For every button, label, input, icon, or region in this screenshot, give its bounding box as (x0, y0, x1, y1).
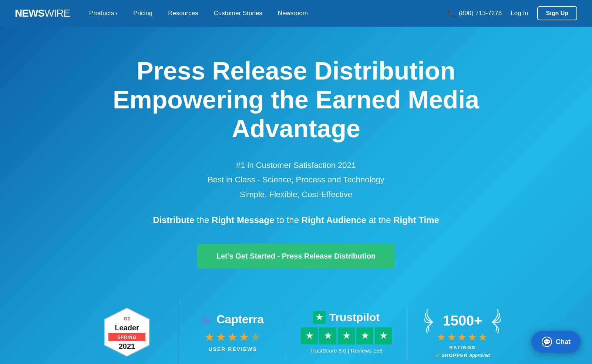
g2-badge: G2 Leader SPRING 2021 (74, 299, 180, 364)
hero-section: Press Release Distribution Empowering th… (0, 27, 592, 364)
capterra-badge: ▶ Capterra ★★★★★ USER REVIEWS (180, 305, 286, 360)
trustpilot-badge: ★ Trustpilot ★ ★ ★ ★ ★ TrustScore 9.0 | … (286, 304, 407, 361)
phone-number: (800) 713-7278 (459, 10, 502, 17)
nav-products[interactable]: Products ▾ (83, 7, 124, 20)
capterra-arrow-icon: ▶ (202, 312, 213, 326)
svg-text:G2: G2 (124, 316, 130, 321)
svg-text:SPRING: SPRING (117, 335, 137, 340)
shopper-logo: ✓ SHOPPER Approved (435, 352, 490, 359)
trustpilot-info: TrustScore 9.0 | Reviews 158 (310, 347, 383, 354)
shopper-ratings-label: RATINGS (435, 345, 490, 350)
tp-star-4: ★ (356, 327, 373, 344)
navbar-left: NEWSWIRE Products ▾ Pricing Resources Cu… (15, 7, 314, 20)
nav-newsroom[interactable]: Newsroom (272, 7, 314, 20)
hero-title: Press Release Distribution Empowering th… (92, 56, 500, 143)
tp-star-1: ★ (301, 327, 318, 344)
capterra-label: USER REVIEWS (209, 346, 257, 352)
login-link[interactable]: Log In (511, 10, 528, 17)
svg-text:2021: 2021 (119, 342, 135, 350)
shopper-badge: 1500+ ★★★★★ RATINGS ✓ SHOPPER Approved (407, 298, 518, 364)
navbar: NEWSWIRE Products ▾ Pricing Resources Cu… (0, 0, 592, 27)
badges-row: G2 Leader SPRING 2021 ▶ Capterra ★★★★★ U… (74, 298, 518, 364)
shopper-count: 1500+ (435, 313, 490, 329)
phone-area: 📞 (800) 713-7278 (448, 9, 502, 17)
phone-icon: 📞 (448, 9, 456, 17)
hero-subtitle: #1 in Customer Satisfaction 2021 Best in… (208, 158, 384, 202)
laurel-container: 1500+ ★★★★★ RATINGS ✓ SHOPPER Approved (422, 306, 503, 359)
capterra-header: ▶ Capterra (202, 312, 264, 326)
cta-button[interactable]: Let's Get Started - Press Release Distri… (197, 244, 395, 269)
navbar-right: 📞 (800) 713-7278 Log In Sign Up (448, 6, 577, 20)
nav-links: Products ▾ Pricing Resources Customer St… (83, 7, 314, 20)
signup-button[interactable]: Sign Up (537, 6, 577, 20)
tp-star-5: ★ (375, 327, 392, 344)
capterra-name: Capterra (216, 313, 264, 326)
trustpilot-name: Trustpilot (329, 311, 380, 324)
nav-customer-stories[interactable]: Customer Stories (208, 7, 268, 20)
nav-pricing[interactable]: Pricing (127, 7, 158, 20)
trustpilot-header: ★ Trustpilot (313, 311, 380, 324)
trustpilot-stars-row: ★ ★ ★ ★ ★ (301, 327, 392, 344)
chat-button[interactable]: 💬 Chat (531, 331, 581, 353)
shopper-stars: ★★★★★ (435, 331, 490, 343)
nav-resources[interactable]: Resources (162, 7, 204, 20)
svg-text:Leader: Leader (115, 324, 139, 332)
trustpilot-star-icon: ★ (313, 311, 326, 324)
hero-tagline: Distribute the Right Message to the Righ… (153, 215, 439, 225)
logo-news: NEWS (15, 7, 44, 19)
shopper-check-icon: ✓ (435, 352, 440, 359)
chevron-down-icon: ▾ (115, 11, 118, 16)
tp-star-3: ★ (338, 327, 355, 344)
logo-wire: WIRE (44, 7, 70, 19)
tp-star-2: ★ (319, 327, 336, 344)
chat-icon: 💬 (542, 337, 552, 347)
logo[interactable]: NEWSWIRE (15, 7, 70, 19)
capterra-stars: ★★★★★ (204, 330, 262, 344)
